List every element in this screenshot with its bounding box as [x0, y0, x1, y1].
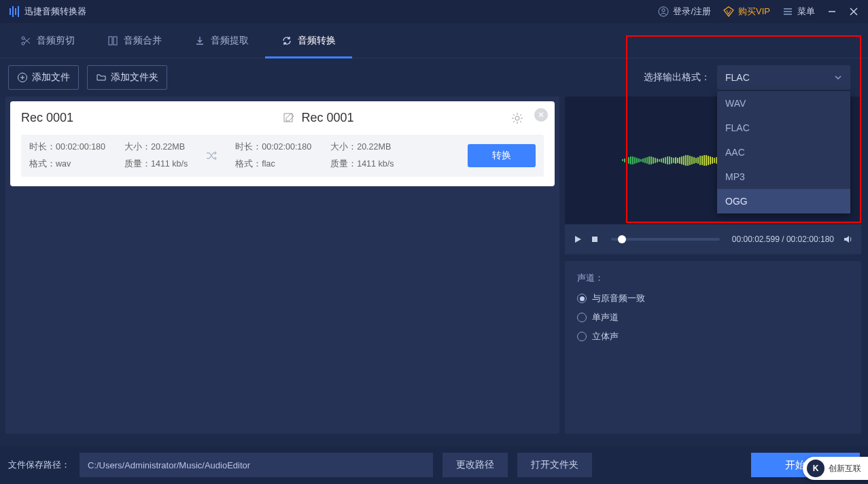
radio-label: 立体声: [592, 330, 619, 343]
svg-marker-19: [575, 236, 581, 243]
folder-icon: [96, 72, 107, 83]
shuffle-icon[interactable]: [188, 149, 235, 162]
svg-point-8: [22, 37, 24, 39]
tab-audio-cut[interactable]: 音频剪切: [4, 23, 91, 58]
app-logo-icon: [10, 6, 19, 17]
format-option-flac[interactable]: FLAC: [717, 116, 850, 140]
selected-format-value: FLAC: [725, 72, 750, 83]
radio-icon: [577, 313, 587, 322]
svg-rect-20: [592, 237, 597, 242]
login-register-button[interactable]: 登录/注册: [658, 5, 711, 18]
channel-option-mono[interactable]: 单声道: [577, 311, 849, 324]
svg-point-18: [515, 116, 519, 120]
tab-label: 音频合并: [124, 35, 162, 47]
user-icon: [658, 6, 669, 17]
output-format-select[interactable]: FLAC WAV FLAC AAC MP3 OGG: [717, 65, 850, 90]
format-option-aac[interactable]: AAC: [717, 140, 850, 165]
channel-option-same[interactable]: 与原音频一致: [577, 292, 849, 305]
source-info: 时长：00:02:00:180 大小：20.22MB 格式：wav 质量：141…: [29, 141, 188, 170]
chevron-down-icon: [834, 73, 842, 82]
save-path-input[interactable]: [80, 453, 433, 477]
login-label: 登录/注册: [673, 5, 711, 18]
change-path-button[interactable]: 更改路径: [442, 453, 508, 477]
player-controls: 00:00:02.599 / 00:02:00:180: [565, 224, 861, 254]
channel-title: 声道：: [577, 272, 849, 284]
source-header: Rec 0001: [21, 111, 283, 125]
tab-audio-extract[interactable]: 音频提取: [178, 23, 265, 58]
add-folder-button[interactable]: 添加文件夹: [87, 65, 167, 90]
seek-slider[interactable]: [611, 238, 720, 241]
tab-label: 音频提取: [211, 35, 249, 47]
vip-diamond-icon: [723, 6, 734, 17]
titlebar-left: 迅捷音频转换器: [10, 5, 86, 18]
tab-label: 音频剪切: [37, 35, 75, 47]
svg-line-10: [24, 39, 30, 44]
output-format-label: 选择输出格式：: [644, 71, 710, 84]
close-window-button[interactable]: [849, 7, 858, 16]
format-dropdown: WAV FLAC AAC MP3 OGG: [717, 91, 850, 213]
svg-rect-17: [284, 114, 292, 122]
source-filename: Rec 0001: [21, 111, 73, 125]
main-tabs: 音频剪切 音频合并 音频提取 音频转换: [0, 23, 868, 58]
svg-rect-12: [109, 37, 112, 45]
titlebar-right: 登录/注册 购买VIP 菜单: [658, 5, 858, 18]
watermark-logo-icon: K: [807, 460, 824, 477]
tab-label: 音频转换: [298, 35, 336, 47]
channel-settings: 声道： 与原音频一致 单声道 立体声: [565, 261, 861, 434]
footer-bar: 文件保存路径： 更改路径 打开文件夹 开始转换: [0, 446, 868, 484]
menu-button[interactable]: 菜单: [782, 5, 815, 18]
time-display: 00:00:02.599 / 00:02:00:180: [732, 235, 834, 244]
watermark-badge: K 创新互联: [803, 457, 868, 480]
svg-point-9: [22, 42, 24, 45]
radio-label: 单声道: [592, 311, 619, 324]
svg-point-1: [662, 9, 665, 12]
convert-button[interactable]: 转换: [468, 144, 536, 167]
extract-icon: [194, 35, 205, 46]
toolbar-left: 添加文件 添加文件夹: [8, 65, 167, 90]
tab-audio-convert[interactable]: 音频转换: [265, 23, 352, 58]
add-file-button[interactable]: 添加文件: [8, 65, 79, 90]
radio-icon: [577, 294, 587, 303]
tab-audio-merge[interactable]: 音频合并: [91, 23, 178, 58]
add-file-label: 添加文件: [32, 71, 70, 84]
info-strip: 时长：00:02:00:180 大小：20.22MB 格式：wav 质量：141…: [21, 135, 544, 177]
toolbar-right: 选择输出格式： FLAC WAV FLAC AAC MP3 OGG: [644, 65, 860, 90]
merge-icon: [107, 35, 118, 46]
plus-circle-icon: [17, 72, 28, 83]
menu-label: 菜单: [797, 5, 815, 18]
save-path-label: 文件保存路径：: [8, 459, 70, 471]
channel-option-stereo[interactable]: 立体声: [577, 330, 849, 343]
svg-rect-13: [114, 37, 117, 45]
target-info: 时长：00:02:00:180 大小：20.22MB 格式：flac 质量：14…: [235, 141, 394, 170]
format-option-mp3[interactable]: MP3: [717, 165, 850, 189]
add-folder-label: 添加文件夹: [111, 71, 158, 84]
open-folder-button[interactable]: 打开文件夹: [517, 453, 592, 477]
target-header: Rec 0001: [283, 111, 544, 125]
stop-button[interactable]: [591, 235, 599, 243]
convert-icon: [281, 35, 292, 46]
volume-button[interactable]: [842, 234, 853, 245]
card-header: Rec 0001 Rec 0001: [21, 111, 544, 125]
remove-card-button[interactable]: ✕: [534, 108, 548, 122]
format-option-ogg[interactable]: OGG: [717, 189, 850, 213]
vip-label: 购买VIP: [738, 5, 770, 18]
play-button[interactable]: [573, 235, 583, 244]
settings-gear-icon[interactable]: [511, 112, 523, 124]
titlebar: 迅捷音频转换器 登录/注册 购买VIP 菜单: [0, 0, 868, 23]
radio-label: 与原音频一致: [592, 292, 645, 305]
toolbar: 添加文件 添加文件夹 选择输出格式： FLAC WAV FLAC AAC MP3…: [0, 58, 868, 94]
edit-icon[interactable]: [283, 112, 295, 124]
scissors-icon: [20, 35, 31, 46]
app-title: 迅捷音频转换器: [24, 5, 86, 18]
target-filename: Rec 0001: [302, 111, 354, 125]
minimize-button[interactable]: [827, 7, 837, 16]
svg-line-11: [24, 38, 30, 43]
file-card: ✕ Rec 0001 Rec 0001 时长：00:02:00:180 大小：2…: [10, 101, 555, 186]
radio-icon: [577, 332, 587, 341]
watermark-text: 创新互联: [829, 463, 861, 474]
file-list-pane: ✕ Rec 0001 Rec 0001 时长：00:02:00:180 大小：2…: [5, 97, 559, 434]
menu-icon: [782, 6, 793, 17]
buy-vip-button[interactable]: 购买VIP: [723, 5, 770, 18]
format-option-wav[interactable]: WAV: [717, 91, 850, 116]
